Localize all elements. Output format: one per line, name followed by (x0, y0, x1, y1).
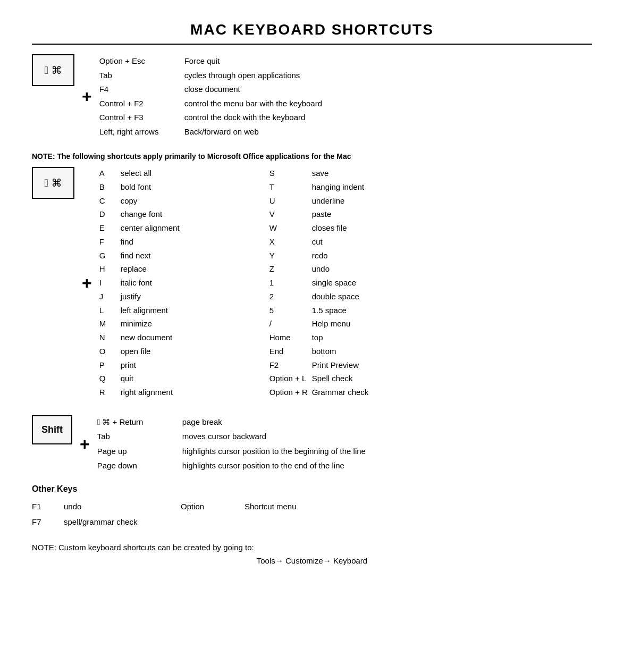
shortcut-desc: left alignment (121, 304, 248, 317)
shortcut-key: Control + F3 (99, 111, 184, 124)
other-key (181, 515, 244, 529)
list-item: Tab moves cursor backward (97, 430, 592, 443)
shortcut-desc: hanging indent (312, 181, 418, 194)
shortcut-desc: new document (121, 331, 248, 345)
title-divider (32, 44, 592, 45)
shortcut-desc: Help menu (312, 317, 418, 331)
shortcut-key: I (99, 276, 121, 290)
cmd-key-box-2:  ⌘ (32, 167, 74, 199)
shortcut-desc: select all (121, 167, 248, 180)
shortcut-key: W (269, 222, 312, 235)
shortcut-key: T (269, 181, 312, 194)
shortcut-desc: top (312, 331, 418, 345)
shortcut-desc: close document (184, 82, 592, 96)
shortcut-key: B (99, 181, 121, 194)
shortcut-key: Control + F2 (99, 97, 184, 111)
shortcut-desc: Back/forward on web (184, 125, 592, 139)
shortcut-desc: replace (121, 263, 248, 276)
section1-content: Option + Esc Force quit Tab cycles throu… (99, 54, 592, 139)
shortcut-key: S (269, 167, 312, 180)
other-keys-section: Other Keys F1 undo Option Shortcut menu … (32, 484, 592, 529)
shortcut-key: 5 (269, 304, 312, 317)
shortcut-desc: minimize (121, 317, 248, 331)
list-item: Left, right arrows Back/forward on web (99, 125, 592, 139)
other-key-desc: spell/grammar check (64, 515, 181, 529)
shortcut-desc: print (121, 359, 248, 372)
shortcut-key: M (99, 317, 121, 331)
shortcut-desc: center alignment (121, 222, 248, 235)
note-bottom-line1: NOTE: Custom keyboard shortcuts can be c… (32, 541, 592, 555)
shortcut-desc: cut (312, 236, 418, 249)
list-item: F4 close document (99, 82, 592, 96)
section2-right: Ssave Thanging indent Uunderline Vpaste … (269, 167, 418, 399)
shortcut-key: Option + Esc (99, 54, 184, 68)
apple-cmd-icon:  ⌘ (45, 64, 62, 77)
shortcut-desc: right alignment (121, 386, 248, 399)
shortcut-desc: find (121, 236, 248, 249)
shortcut-key: Tab (97, 430, 182, 443)
shortcut-desc: highlights cursor position to the beginn… (182, 444, 592, 458)
cmd-key-box-1:  ⌘ (32, 54, 74, 86)
shortcut-key: F4 (99, 82, 184, 96)
shortcut-key: G (99, 249, 121, 263)
other-keys-grid: F1 undo Option Shortcut menu F7 spell/gr… (32, 499, 592, 529)
other-keys-title: Other Keys (32, 484, 592, 494)
shortcut-key: X (269, 236, 312, 249)
list-item: Control + F2 control the menu bar with t… (99, 97, 592, 111)
shortcut-key: A (99, 167, 121, 180)
section2:  ⌘ + Aselect all Bbold font Ccopy Dchan… (32, 167, 592, 399)
shortcut-key: Page up (97, 444, 182, 458)
shortcut-key: Option + R (269, 386, 312, 399)
section1:  ⌘ + Option + Esc Force quit Tab cycles… (32, 54, 592, 139)
shortcut-desc: moves cursor backward (182, 430, 592, 443)
shortcut-key: F2 (269, 359, 312, 372)
shortcut-key: 1 (269, 276, 312, 290)
shortcut-key: Left, right arrows (99, 125, 184, 139)
shortcut-key: H (99, 263, 121, 276)
other-key: Option (181, 499, 244, 514)
section3: Shift +  ⌘ + Return page break Tab move… (32, 415, 592, 474)
shortcut-desc: open file (121, 345, 248, 358)
shortcut-key: D (99, 208, 121, 221)
shortcut-desc: control the menu bar with the keyboard (184, 97, 592, 111)
shortcut-key: Home (269, 331, 312, 345)
shortcut-key: C (99, 195, 121, 208)
shortcut-key: Page down (97, 459, 182, 473)
shortcut-key: Option + L (269, 372, 312, 385)
list-item: Tab cycles through open applications (99, 69, 592, 82)
shortcut-desc: justify (121, 290, 248, 304)
shortcut-desc: closes file (312, 222, 418, 235)
shortcut-desc: 1.5 space (312, 304, 418, 317)
shortcut-desc: underline (312, 195, 418, 208)
shortcut-desc: Grammar check (312, 386, 418, 399)
shortcut-key: End (269, 345, 312, 358)
shortcut-desc: Force quit (184, 54, 592, 68)
plus-sign-2: + (82, 273, 92, 293)
other-key: F1 (32, 499, 64, 514)
note-line: NOTE: The following shortcuts apply prim… (32, 152, 592, 161)
note-bottom: NOTE: Custom keyboard shortcuts can be c… (32, 541, 592, 568)
shortcut-key: Z (269, 263, 312, 276)
shortcut-key: J (99, 290, 121, 304)
section2-left: Aselect all Bbold font Ccopy Dchange fon… (99, 167, 248, 399)
apple-cmd-icon-2:  ⌘ (45, 177, 62, 189)
shortcut-desc: paste (312, 208, 418, 221)
shortcut-key: Q (99, 372, 121, 385)
plus-sign-1: + (82, 87, 92, 106)
shift-key-box: Shift (32, 415, 72, 444)
shortcut-key: / (269, 317, 312, 331)
shortcut-desc: quit (121, 372, 248, 385)
shortcut-desc: bottom (312, 345, 418, 358)
list-item: Option + Esc Force quit (99, 54, 592, 68)
shortcut-desc: italic font (121, 276, 248, 290)
shortcut-desc: page break (182, 415, 592, 429)
shortcut-key: L (99, 304, 121, 317)
shortcut-desc: bold font (121, 181, 248, 194)
list-item: Control + F3 control the dock with the k… (99, 111, 592, 124)
shortcut-key: O (99, 345, 121, 358)
shortcut-key: Tab (99, 69, 184, 82)
other-key-desc: undo (64, 499, 181, 514)
shortcut-desc: save (312, 167, 418, 180)
section1-shortcuts: Option + Esc Force quit Tab cycles throu… (99, 54, 592, 138)
shortcut-key: P (99, 359, 121, 372)
